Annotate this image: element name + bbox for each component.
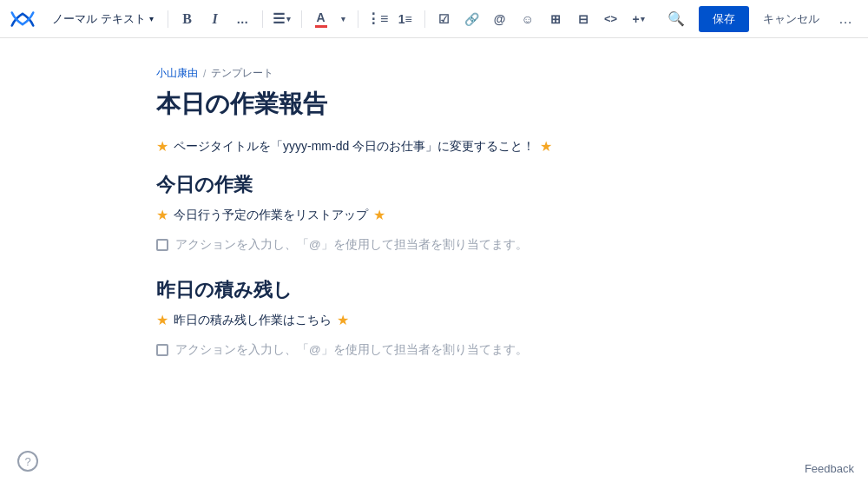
todo-item-1: アクションを入力し、「@」を使用して担当者を割り当てます。 — [156, 237, 712, 253]
more-options-button[interactable]: … — [833, 7, 858, 31]
star-left-3: ★ — [156, 312, 168, 328]
toolbar-divider-5 — [424, 10, 425, 28]
task-button[interactable]: ☑ — [432, 7, 457, 31]
toolbar-divider-2 — [262, 10, 263, 28]
more-format-button[interactable]: … — [231, 7, 255, 31]
breadcrumb-current: テンプレート — [211, 66, 273, 81]
page-title[interactable]: 本日の作業報告 — [156, 88, 712, 121]
number-list-button[interactable]: 1≡ — [393, 7, 418, 31]
todo-item-2: アクションを入力し、「@」を使用して担当者を割り当てます。 — [156, 342, 712, 358]
toolbar-divider-1 — [168, 10, 168, 28]
breadcrumb: 小山康由 / テンプレート — [156, 66, 712, 81]
link-button[interactable]: 🔗 — [460, 7, 484, 31]
main-content: 小山康由 / テンプレート 本日の作業報告 ★ ページタイトルを「yyyy-mm… — [0, 38, 868, 489]
breadcrumb-separator: / — [203, 68, 206, 80]
todo-placeholder-1[interactable]: アクションを入力し、「@」を使用して担当者を割り当てます。 — [175, 237, 528, 253]
star-note-1: ★ ページタイトルを「yyyy-mm-dd 今日のお仕事」に変更すること！ ★ — [156, 138, 712, 155]
align-button[interactable]: ☰▾ — [270, 7, 294, 31]
italic-button[interactable]: I — [203, 7, 227, 31]
breadcrumb-parent[interactable]: 小山康由 — [156, 66, 198, 81]
bullet-list-button[interactable]: ⋮≡ — [365, 7, 390, 31]
feedback-link[interactable]: Feedback — [805, 462, 854, 475]
text-color-button[interactable]: A — [309, 7, 333, 31]
cancel-button[interactable]: キャンセル — [753, 6, 830, 32]
star-right-3: ★ — [337, 312, 349, 328]
note1-text: ページタイトルを「yyyy-mm-dd 今日のお仕事」に変更すること！ — [174, 139, 535, 155]
text-style-chevron: ▾ — [149, 14, 154, 23]
code-button[interactable]: <> — [599, 7, 623, 31]
star-left-2: ★ — [156, 207, 168, 223]
star-right-2: ★ — [373, 207, 385, 223]
star-right-1: ★ — [540, 138, 552, 155]
emoji-button[interactable]: ☺ — [516, 7, 540, 31]
text-color-chevron[interactable]: ▾ — [337, 7, 351, 31]
search-button[interactable]: 🔍 — [664, 7, 688, 31]
insert-button[interactable]: +▾ — [627, 7, 651, 31]
column-button[interactable]: ⊟ — [571, 7, 595, 31]
text-style-selector[interactable]: ノーマル テキスト ▾ — [45, 8, 161, 30]
note3-text: 昨日の積み残し作業はこちら — [174, 313, 332, 328]
save-button[interactable]: 保存 — [699, 6, 749, 32]
star-note-3: ★ 昨日の積み残し作業はこちら ★ — [156, 312, 712, 328]
text-style-label: ノーマル テキスト — [52, 11, 146, 27]
app-logo — [10, 7, 35, 31]
table-button[interactable]: ⊞ — [543, 7, 568, 31]
note2-text: 今日行う予定の作業をリストアップ — [174, 208, 368, 223]
bold-button[interactable]: B — [175, 7, 200, 31]
todo-checkbox-2[interactable] — [156, 344, 168, 356]
todo-checkbox-1[interactable] — [156, 239, 168, 251]
toolbar-divider-3 — [301, 10, 302, 28]
star-note-2: ★ 今日行う予定の作業をリストアップ ★ — [156, 207, 712, 223]
section2-heading: 昨日の積み残し — [156, 277, 712, 303]
toolbar-divider-4 — [358, 10, 358, 28]
mention-button[interactable]: @ — [488, 7, 512, 31]
toolbar: ノーマル テキスト ▾ B I … ☰▾ A ▾ ⋮≡ 1≡ ☑ 🔗 @ ☺ ⊞… — [0, 0, 868, 38]
help-button[interactable]: ? — [17, 451, 38, 472]
section1-heading: 今日の作業 — [156, 172, 712, 198]
star-left-1: ★ — [156, 138, 168, 155]
todo-placeholder-2[interactable]: アクションを入力し、「@」を使用して担当者を割り当てます。 — [175, 342, 528, 358]
